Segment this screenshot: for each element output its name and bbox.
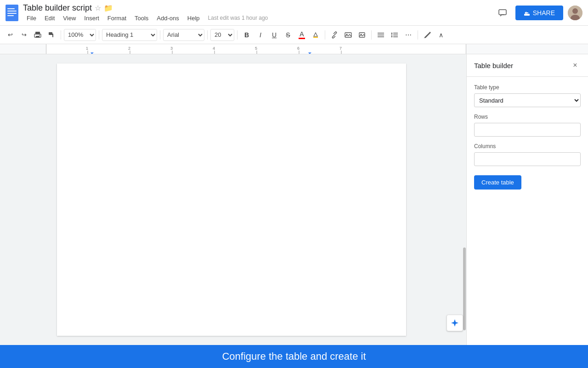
columns-input[interactable] [474, 152, 581, 166]
comments-icon [498, 8, 507, 17]
drawing-icon [424, 31, 431, 39]
menu-help[interactable]: Help [184, 14, 204, 23]
title-area: Table builder script ☆ 📁 File Edit View … [23, 3, 494, 23]
divider-2 [99, 30, 99, 40]
highlight-color-button[interactable] [309, 29, 322, 41]
svg-line-18 [334, 34, 336, 36]
svg-text:2: 2 [128, 46, 130, 51]
scrollbar[interactable] [463, 54, 466, 345]
line-spacing-button[interactable] [388, 29, 401, 41]
title-bar: Table builder script ☆ 📁 File Edit View … [0, 0, 588, 26]
rows-label: Rows [474, 114, 581, 120]
comments-button[interactable] [494, 5, 511, 21]
drawing-button[interactable] [421, 29, 434, 41]
create-table-button[interactable]: Create table [474, 175, 521, 190]
avatar-image [568, 6, 582, 20]
last-edit-label: Last edit was 1 hour ago [208, 15, 268, 21]
svg-rect-2 [7, 11, 17, 12]
floating-action-button[interactable] [447, 315, 463, 331]
table-type-label: Table type [474, 84, 581, 91]
share-icon [524, 10, 530, 16]
ruler-inner: 1 2 3 4 5 6 7 [46, 44, 466, 54]
image-button[interactable] [356, 29, 368, 41]
main-area: Table builder × Table type Standard Bord… [0, 54, 588, 345]
fab-icon [450, 318, 459, 328]
svg-point-13 [39, 34, 40, 35]
svg-text:5: 5 [255, 46, 257, 51]
share-label: SHARE [533, 9, 555, 17]
paint-format-button[interactable] [45, 29, 58, 41]
side-panel: Table builder × Table type Standard Bord… [466, 54, 588, 345]
divider-7 [371, 30, 372, 40]
link-button[interactable] [328, 29, 341, 41]
italic-button[interactable]: I [254, 29, 267, 41]
image-inline-icon [345, 31, 352, 39]
svg-rect-12 [36, 36, 40, 38]
zoom-select[interactable]: 100% [64, 29, 96, 41]
menu-addons[interactable]: Add-ons [153, 14, 182, 23]
svg-text:7: 7 [339, 46, 342, 51]
caret-button[interactable]: ∧ [435, 29, 447, 41]
image-inline-button[interactable] [342, 29, 355, 41]
doc-title[interactable]: Table builder script [23, 3, 92, 13]
align-button[interactable] [374, 29, 387, 41]
toolbar: ↩ ↪ 100% Heading 1 Arial 20 B I U S A [0, 26, 588, 44]
bottom-tooltip: Configure the table and create it [0, 345, 588, 368]
menu-insert[interactable]: Insert [80, 14, 103, 23]
document-page [57, 63, 406, 336]
line-spacing-icon [391, 32, 398, 38]
doc-title-row: Table builder script ☆ 📁 [23, 3, 494, 13]
image-icon [358, 31, 366, 39]
text-color-indicator: A [299, 30, 305, 39]
svg-line-29 [424, 37, 425, 38]
svg-text:1: 1 [86, 46, 88, 51]
doc-icon [6, 5, 18, 21]
heading-style-select[interactable]: Heading 1 [102, 29, 157, 41]
columns-label: Columns [474, 143, 581, 150]
side-panel-body: Table type Standard Bordered Striped Row… [467, 77, 588, 345]
redo-button[interactable]: ↪ [17, 29, 30, 41]
font-size-select[interactable]: 20 [210, 29, 234, 41]
ruler-marks: 1 2 3 4 5 6 7 [46, 44, 466, 54]
menu-file[interactable]: File [23, 14, 40, 23]
menu-format[interactable]: Format [104, 14, 130, 23]
menu-tools[interactable]: Tools [131, 14, 152, 23]
more-options-button[interactable]: ⋯ [402, 29, 415, 41]
folder-icon[interactable]: 📁 [104, 4, 113, 12]
divider-5 [237, 30, 237, 40]
bold-button[interactable]: B [240, 29, 253, 41]
svg-point-8 [572, 8, 578, 14]
rows-input[interactable] [474, 123, 581, 137]
underline-button[interactable]: U [268, 29, 281, 41]
font-select[interactable]: Arial [163, 29, 204, 41]
text-color-button[interactable]: A [295, 29, 308, 41]
share-button[interactable]: SHARE [515, 6, 563, 20]
svg-text:3: 3 [170, 46, 173, 51]
side-panel-close-button[interactable]: × [570, 60, 581, 71]
strikethrough-button[interactable]: S [282, 29, 294, 41]
user-avatar[interactable] [568, 6, 582, 20]
svg-rect-3 [7, 13, 17, 14]
align-icon [377, 32, 384, 38]
print-button[interactable] [31, 29, 44, 41]
print-icon [34, 31, 41, 39]
paint-format-icon [48, 31, 55, 39]
link-icon [331, 31, 338, 39]
star-icon[interactable]: ☆ [95, 4, 101, 12]
table-type-select[interactable]: Standard Bordered Striped [474, 93, 581, 107]
divider-4 [207, 30, 208, 40]
title-right: SHARE [494, 5, 582, 21]
svg-rect-5 [499, 10, 506, 15]
menu-edit[interactable]: Edit [41, 14, 58, 23]
svg-text:6: 6 [297, 46, 300, 51]
svg-rect-1 [7, 8, 15, 9]
side-panel-title: Table builder [474, 62, 513, 69]
scrollbar-thumb[interactable] [463, 247, 466, 330]
menu-bar: File Edit View Insert Format Tools Add-o… [23, 14, 494, 23]
divider-8 [418, 30, 418, 40]
document-area[interactable] [0, 54, 463, 345]
menu-view[interactable]: View [59, 14, 79, 23]
undo-button[interactable]: ↩ [4, 29, 17, 41]
svg-text:4: 4 [213, 46, 215, 51]
svg-rect-4 [7, 15, 14, 16]
